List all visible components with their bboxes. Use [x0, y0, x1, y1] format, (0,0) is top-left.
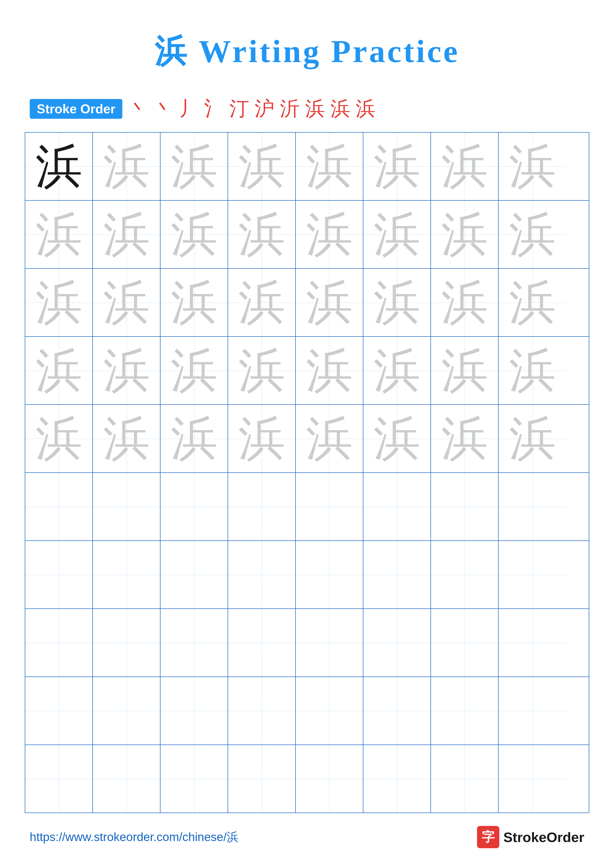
grid-cell[interactable]: 浜: [228, 201, 296, 268]
grid-cell[interactable]: 浜: [363, 405, 431, 472]
grid-cell-empty[interactable]: [160, 609, 228, 676]
grid-cell[interactable]: 浜: [296, 269, 363, 336]
practice-char: 浜: [238, 347, 285, 394]
grid-cell[interactable]: 浜: [228, 133, 296, 200]
grid-cell-empty[interactable]: [296, 677, 363, 744]
grid-cell-empty[interactable]: [228, 541, 296, 608]
grid-cell-empty[interactable]: [363, 609, 431, 676]
practice-char: 浜: [103, 347, 150, 394]
grid-cell[interactable]: 浜: [25, 405, 93, 472]
grid-cell-empty[interactable]: [499, 609, 566, 676]
grid-cell-empty[interactable]: [160, 677, 228, 744]
grid-cell-empty[interactable]: [93, 745, 160, 812]
grid-cell-empty[interactable]: [93, 677, 160, 744]
grid-cell[interactable]: 浜: [25, 201, 93, 268]
grid-cell-empty[interactable]: [93, 541, 160, 608]
practice-char: 浜: [103, 279, 150, 326]
practice-char: 浜: [36, 347, 82, 394]
grid-cell-empty[interactable]: [25, 473, 93, 540]
grid-row-10: [25, 745, 589, 812]
grid-cell-empty[interactable]: [499, 541, 566, 608]
grid-cell-empty[interactable]: [499, 677, 566, 744]
grid-cell[interactable]: 浜: [160, 269, 228, 336]
practice-char: 浜: [238, 279, 285, 326]
grid-cell-empty[interactable]: [25, 677, 93, 744]
practice-char: 浜: [441, 279, 488, 326]
grid-cell[interactable]: 浜: [363, 133, 431, 200]
grid-cell-empty[interactable]: [93, 473, 160, 540]
grid-cell[interactable]: 浜: [93, 405, 160, 472]
stroke-8: 浜: [304, 96, 326, 122]
practice-char: 浜: [373, 279, 421, 326]
grid-cell-empty[interactable]: [228, 677, 296, 744]
grid-cell[interactable]: 浜: [431, 337, 499, 404]
grid-cell[interactable]: 浜: [296, 405, 363, 472]
grid-cell[interactable]: 浜: [499, 201, 566, 268]
grid-cell-empty[interactable]: [431, 609, 499, 676]
practice-char: 浜: [509, 279, 556, 326]
grid-cell[interactable]: 浜: [93, 337, 160, 404]
practice-char: 浜: [441, 143, 488, 190]
grid-cell-empty[interactable]: [431, 677, 499, 744]
grid-cell-empty[interactable]: [431, 541, 499, 608]
grid-cell[interactable]: 浜: [363, 201, 431, 268]
grid-cell-empty[interactable]: [296, 745, 363, 812]
grid-cell-empty[interactable]: [296, 473, 363, 540]
practice-char: 浜: [171, 143, 218, 190]
practice-char: 浜: [509, 415, 556, 462]
grid-cell[interactable]: 浜: [296, 201, 363, 268]
practice-char: 浜: [171, 415, 218, 462]
grid-cell[interactable]: 浜: [431, 269, 499, 336]
grid-cell[interactable]: 浜: [160, 337, 228, 404]
grid-cell-empty[interactable]: [25, 541, 93, 608]
practice-char: 浜: [373, 415, 421, 462]
grid-cell-empty[interactable]: [25, 609, 93, 676]
grid-cell-empty[interactable]: [431, 745, 499, 812]
grid-cell[interactable]: 浜: [25, 269, 93, 336]
grid-cell[interactable]: 浜: [363, 269, 431, 336]
stroke-10: 浜: [354, 96, 377, 122]
grid-cell[interactable]: 浜: [160, 201, 228, 268]
grid-cell-empty[interactable]: [363, 677, 431, 744]
grid-cell-empty[interactable]: [296, 609, 363, 676]
grid-cell[interactable]: 浜: [228, 269, 296, 336]
grid-cell-empty[interactable]: [160, 473, 228, 540]
grid-cell[interactable]: 浜: [228, 337, 296, 404]
grid-cell[interactable]: 浜: [499, 133, 566, 200]
grid-cell[interactable]: 浜: [93, 269, 160, 336]
grid-cell[interactable]: 浜: [431, 201, 499, 268]
grid-cell[interactable]: 浜: [363, 337, 431, 404]
grid-cell-empty[interactable]: [228, 745, 296, 812]
grid-cell-empty[interactable]: [228, 609, 296, 676]
grid-cell[interactable]: 浜: [228, 405, 296, 472]
practice-char: 浜: [373, 211, 421, 258]
grid-cell[interactable]: 浜: [25, 133, 93, 200]
grid-cell[interactable]: 浜: [499, 269, 566, 336]
stroke-7: 沂: [278, 96, 301, 122]
grid-cell[interactable]: 浜: [93, 201, 160, 268]
grid-cell-empty[interactable]: [363, 745, 431, 812]
grid-cell-empty[interactable]: [228, 473, 296, 540]
grid-cell[interactable]: 浜: [499, 405, 566, 472]
grid-cell[interactable]: 浜: [499, 337, 566, 404]
grid-cell-empty[interactable]: [363, 473, 431, 540]
grid-cell[interactable]: 浜: [160, 405, 228, 472]
grid-cell[interactable]: 浜: [296, 337, 363, 404]
grid-cell[interactable]: 浜: [431, 133, 499, 200]
grid-cell-empty[interactable]: [499, 473, 566, 540]
practice-char: 浜: [441, 347, 488, 394]
grid-cell-empty[interactable]: [93, 609, 160, 676]
grid-cell-empty[interactable]: [160, 541, 228, 608]
grid-cell[interactable]: 浜: [25, 337, 93, 404]
grid-cell-empty[interactable]: [431, 473, 499, 540]
stroke-order-row: Stroke Order 丶 丶 丿 氵 汀 沪 沂 浜 浜 浜: [0, 88, 614, 132]
grid-cell[interactable]: 浜: [296, 133, 363, 200]
grid-cell-empty[interactable]: [363, 541, 431, 608]
grid-cell-empty[interactable]: [160, 745, 228, 812]
grid-cell[interactable]: 浜: [160, 133, 228, 200]
grid-cell[interactable]: 浜: [431, 405, 499, 472]
grid-cell[interactable]: 浜: [93, 133, 160, 200]
grid-cell-empty[interactable]: [499, 745, 566, 812]
grid-cell-empty[interactable]: [25, 745, 93, 812]
grid-cell-empty[interactable]: [296, 541, 363, 608]
